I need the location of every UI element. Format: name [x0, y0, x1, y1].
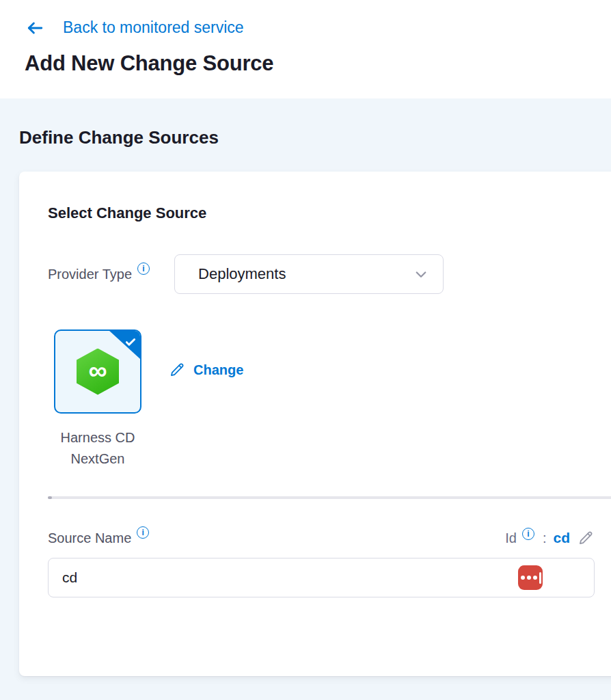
section-divider — [48, 496, 611, 499]
id-separator: : — [543, 530, 547, 546]
change-source-card: Select Change Source Provider Type i Dep… — [19, 172, 611, 676]
id-info-icon[interactable]: i — [522, 528, 534, 540]
provider-tile-harness-cd-nextgen[interactable]: ∞ — [54, 329, 141, 414]
provider-type-label: Provider Type i — [48, 267, 150, 282]
pencil-icon — [168, 361, 186, 379]
provider-type-info-icon[interactable]: i — [137, 262, 150, 275]
password-manager-dot — [533, 576, 537, 580]
id-label: Id — [505, 530, 517, 546]
edit-id-pencil-icon[interactable] — [577, 529, 595, 547]
source-name-input[interactable] — [48, 558, 595, 597]
provider-name-line1: Harness CD — [38, 427, 158, 448]
infinity-icon: ∞ — [88, 358, 107, 383]
check-icon — [124, 336, 137, 348]
id-value: cd — [553, 530, 570, 546]
back-arrow-icon[interactable] — [25, 19, 45, 37]
source-name-input-wrap — [48, 558, 595, 597]
back-to-monitored-service-link[interactable]: Back to monitored service — [25, 0, 244, 37]
selected-provider-column: ∞ Harness CD NextGen — [54, 329, 141, 470]
section-title: Define Change Sources — [19, 127, 611, 148]
page-header: Back to monitored service Add New Change… — [0, 0, 611, 98]
card-title: Select Change Source — [48, 204, 611, 222]
provider-type-row: Provider Type i Deployments — [48, 254, 611, 294]
source-name-label-text: Source Name — [48, 530, 131, 546]
provider-name-line2: NextGen — [38, 448, 158, 470]
change-link-label[interactable]: Change — [193, 362, 243, 378]
password-manager-cursor — [539, 572, 541, 584]
identifier-group: Id i : cd — [505, 529, 595, 547]
source-name-section: Source Name i Id i : cd — [48, 529, 595, 597]
selected-provider-row: ∞ Harness CD NextGen Change — [48, 329, 611, 470]
harness-cd-icon: ∞ — [77, 349, 119, 395]
provider-type-dropdown[interactable]: Deployments — [174, 254, 444, 294]
provider-type-label-text: Provider Type — [48, 267, 132, 282]
back-link-label[interactable]: Back to monitored service — [63, 18, 244, 37]
source-name-row: Source Name i Id i : cd — [48, 529, 595, 547]
password-manager-icon[interactable] — [518, 565, 543, 590]
provider-tile-caption: Harness CD NextGen — [38, 427, 158, 470]
source-name-info-icon[interactable]: i — [137, 526, 149, 539]
chevron-down-icon — [414, 267, 428, 281]
source-name-label: Source Name i — [48, 530, 149, 546]
provider-type-selected-value: Deployments — [198, 265, 286, 283]
password-manager-dot — [521, 576, 525, 580]
content-area: Define Change Sources Select Change Sour… — [0, 98, 611, 700]
page-title: Add New Change Source — [25, 51, 611, 76]
change-provider-link[interactable]: Change — [168, 361, 243, 379]
password-manager-dot — [527, 576, 531, 580]
